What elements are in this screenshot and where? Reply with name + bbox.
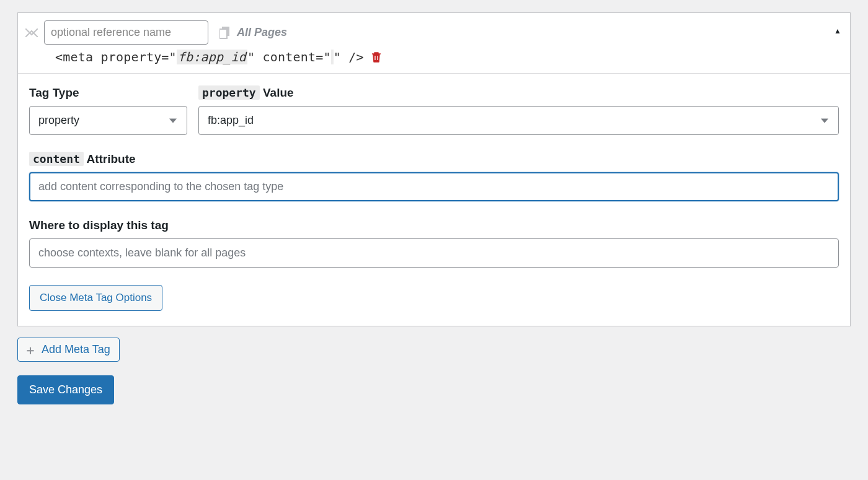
- code-preview-row: <meta property="fb:app_id" content="" />: [18, 50, 850, 73]
- add-meta-tag-label: Add Meta Tag: [42, 343, 110, 356]
- meta-tag-panel: All Pages ▲ <meta property="fb:app_id" c…: [17, 12, 851, 326]
- content-attr-pill: content: [29, 152, 84, 166]
- save-changes-button[interactable]: Save Changes: [17, 375, 114, 404]
- reference-name-input[interactable]: [44, 20, 208, 45]
- panel-body: Tag Type property property Value fb:app_…: [18, 73, 850, 326]
- bottom-controls: ＋ Add Meta Tag Save Changes: [17, 338, 851, 404]
- code-property-value: fb:app_id: [177, 50, 247, 64]
- code-suffix: " />: [334, 50, 364, 64]
- property-value-suffix: Value: [260, 86, 294, 99]
- content-attribute-input[interactable]: [29, 172, 839, 201]
- tag-type-label: Tag Type: [29, 86, 187, 100]
- contexts-input[interactable]: [29, 238, 839, 268]
- code-preview: <meta property="fb:app_id" content="" />: [55, 50, 364, 64]
- panel-header: All Pages ▲: [18, 13, 850, 50]
- close-options-button[interactable]: Close Meta Tag Options: [29, 285, 162, 311]
- code-prefix: <meta property=": [55, 50, 177, 64]
- all-pages-label: All Pages: [237, 26, 287, 39]
- drag-handle-icon[interactable]: [25, 28, 38, 37]
- trash-icon[interactable]: [371, 51, 381, 63]
- property-value-select[interactable]: fb:app_id: [198, 106, 839, 135]
- svg-rect-1: [219, 29, 227, 38]
- plus-icon: ＋: [24, 344, 37, 356]
- contexts-label: Where to display this tag: [29, 219, 839, 232]
- collapse-toggle[interactable]: ▲: [834, 27, 841, 35]
- property-value-pill: property: [198, 85, 260, 100]
- code-middle: " content=": [247, 50, 331, 64]
- content-attr-suffix: Attribute: [84, 152, 136, 165]
- property-value-label: property Value: [198, 86, 839, 100]
- pages-icon: [219, 27, 231, 39]
- tag-type-select[interactable]: property: [29, 106, 187, 135]
- tag-type-value: property: [38, 114, 79, 126]
- content-attribute-label: content Attribute: [29, 152, 839, 166]
- add-meta-tag-button[interactable]: ＋ Add Meta Tag: [17, 338, 120, 362]
- property-value-text: fb:app_id: [208, 114, 254, 126]
